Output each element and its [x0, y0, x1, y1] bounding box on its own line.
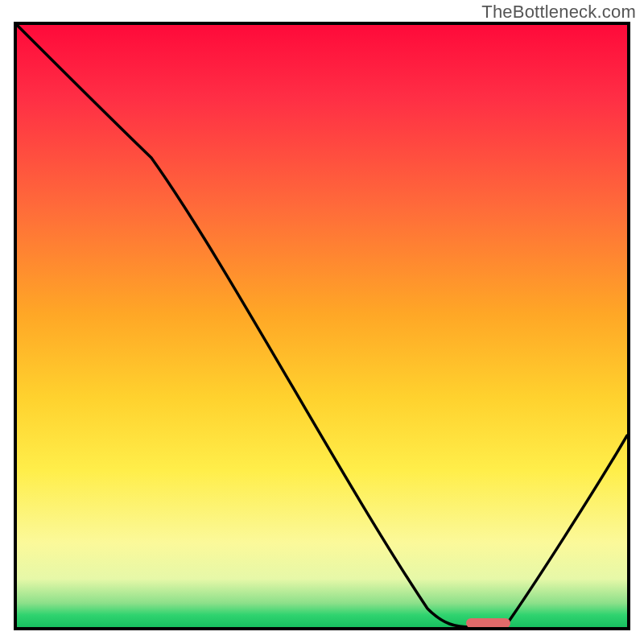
chart-container: TheBottleneck.com [0, 0, 644, 644]
svg-rect-0 [466, 618, 510, 627]
plot-area [14, 22, 630, 630]
optimal-marker [17, 25, 627, 627]
watermark-text: TheBottleneck.com [481, 2, 636, 23]
